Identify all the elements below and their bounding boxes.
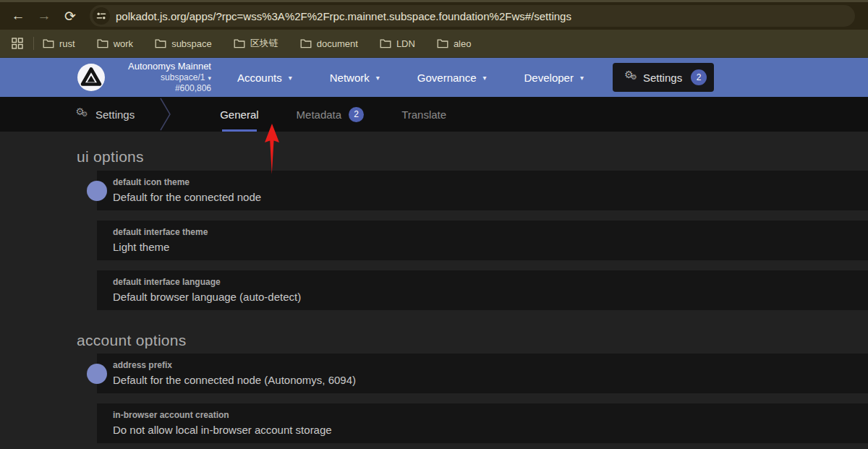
identicon-avatar bbox=[87, 181, 107, 201]
settings-content: ui options default icon theme Default fo… bbox=[0, 148, 868, 449]
nav-governance[interactable]: Governance▾ bbox=[417, 72, 487, 84]
setting-value-dropdown[interactable]: Default for the connected node bbox=[113, 191, 854, 203]
runtime-version: subspace/1▾ bbox=[114, 72, 211, 83]
section-title-ui-options: ui options bbox=[77, 148, 868, 166]
setting-value-dropdown[interactable]: Default browser language (auto-detect) bbox=[113, 291, 854, 303]
site-settings-icon[interactable] bbox=[93, 7, 110, 25]
bookmarks-bar: rust work subspace 区块链 document LDN aleo bbox=[0, 30, 868, 58]
identicon-avatar bbox=[87, 364, 107, 384]
folder-icon bbox=[234, 38, 245, 48]
setting-row-default-icon-theme[interactable]: default icon theme Default for the conne… bbox=[97, 171, 868, 210]
setting-row-address-prefix[interactable]: address prefix Default for the connected… bbox=[97, 354, 868, 393]
back-icon[interactable]: ← bbox=[7, 5, 29, 27]
metadata-badge: 2 bbox=[349, 107, 364, 122]
setting-value-dropdown[interactable]: Default for the connected node (Autonomy… bbox=[113, 374, 854, 386]
url-text: polkadot.js.org/apps/?rpc=wss%3A%2F%2Frp… bbox=[116, 10, 571, 22]
nav-accounts[interactable]: Accounts▾ bbox=[237, 72, 292, 84]
chevron-down-icon: ▾ bbox=[376, 74, 380, 82]
setting-label: address prefix bbox=[113, 360, 854, 370]
folder-icon bbox=[300, 38, 312, 48]
reload-icon[interactable]: ⟳ bbox=[59, 5, 81, 27]
setting-value-dropdown[interactable]: Do not allow local in-browser account st… bbox=[113, 424, 854, 436]
folder-icon bbox=[437, 38, 448, 48]
bookmark-folder-document[interactable]: document bbox=[300, 38, 358, 49]
chain-name: Autonomys Mainnet bbox=[114, 61, 211, 72]
forward-icon[interactable]: → bbox=[33, 5, 55, 27]
address-bar[interactable]: polkadot.js.org/apps/?rpc=wss%3A%2F%2Frp… bbox=[90, 5, 855, 27]
folder-icon bbox=[380, 38, 391, 48]
chain-selector[interactable]: Autonomys Mainnet subspace/1▾ #600,806 bbox=[114, 61, 211, 94]
section-title-account-options: account options bbox=[77, 332, 868, 349]
nav-developer[interactable]: Developer▾ bbox=[524, 72, 584, 84]
setting-row-default-interface-theme[interactable]: default interface theme Light theme bbox=[97, 221, 868, 260]
browser-toolbar: ← → ⟳ polkadot.js.org/apps/?rpc=wss%3A%2… bbox=[0, 2, 868, 30]
nav-settings-button[interactable]: ⚙⚙ Settings 2 bbox=[613, 63, 714, 92]
folder-icon bbox=[155, 38, 166, 48]
apps-grid-icon[interactable] bbox=[12, 38, 23, 49]
setting-value-dropdown[interactable]: Light theme bbox=[113, 241, 854, 253]
bookmark-folder-blockchain[interactable]: 区块链 bbox=[234, 37, 278, 50]
best-block-number: #600,806 bbox=[114, 83, 211, 94]
gear-icon: ⚙⚙ bbox=[76, 108, 91, 121]
chevron-down-icon: ▾ bbox=[208, 74, 211, 82]
folder-icon bbox=[43, 38, 54, 48]
settings-tab-bar: ⚙⚙ Settings General Metadata2 Translate bbox=[0, 97, 868, 132]
gear-icon: ⚙⚙ bbox=[624, 70, 640, 85]
setting-label: default icon theme bbox=[113, 177, 854, 187]
setting-label: default interface language bbox=[113, 277, 854, 287]
breadcrumb: ⚙⚙ Settings bbox=[75, 107, 135, 121]
bookmark-folder-rust[interactable]: rust bbox=[43, 38, 75, 49]
breadcrumb-label: Settings bbox=[95, 108, 135, 121]
nav-network[interactable]: Network▾ bbox=[330, 72, 380, 84]
chevron-down-icon: ▾ bbox=[580, 74, 584, 82]
setting-label: default interface theme bbox=[113, 227, 854, 237]
settings-badge: 2 bbox=[691, 69, 707, 85]
app-header: Autonomys Mainnet subspace/1▾ #600,806 A… bbox=[0, 58, 868, 97]
bookmark-folder-work[interactable]: work bbox=[97, 38, 133, 49]
main-nav: Accounts▾ Network▾ Governance▾ Developer… bbox=[237, 63, 714, 92]
tab-translate[interactable]: Translate bbox=[383, 97, 465, 132]
bookmark-folder-subspace[interactable]: subspace bbox=[155, 38, 212, 49]
setting-label: in-browser account creation bbox=[113, 410, 854, 420]
tab-general[interactable]: General bbox=[201, 97, 277, 132]
tabs: General Metadata2 Translate bbox=[201, 97, 465, 132]
setting-row-in-browser-account-creation[interactable]: in-browser account creation Do not allow… bbox=[97, 403, 868, 443]
tab-metadata[interactable]: Metadata2 bbox=[278, 97, 383, 132]
chevron-down-icon: ▾ bbox=[289, 74, 292, 82]
chevron-down-icon: ▾ bbox=[483, 74, 487, 82]
breadcrumb-chevron-icon bbox=[159, 97, 172, 132]
bookmarks-divider bbox=[33, 37, 34, 50]
bookmark-folder-ldn[interactable]: LDN bbox=[380, 38, 415, 49]
folder-icon bbox=[97, 38, 109, 48]
bookmark-folder-aleo[interactable]: aleo bbox=[437, 38, 472, 49]
setting-row-default-interface-language[interactable]: default interface language Default brows… bbox=[97, 270, 868, 310]
autonomys-logo[interactable] bbox=[77, 63, 106, 92]
